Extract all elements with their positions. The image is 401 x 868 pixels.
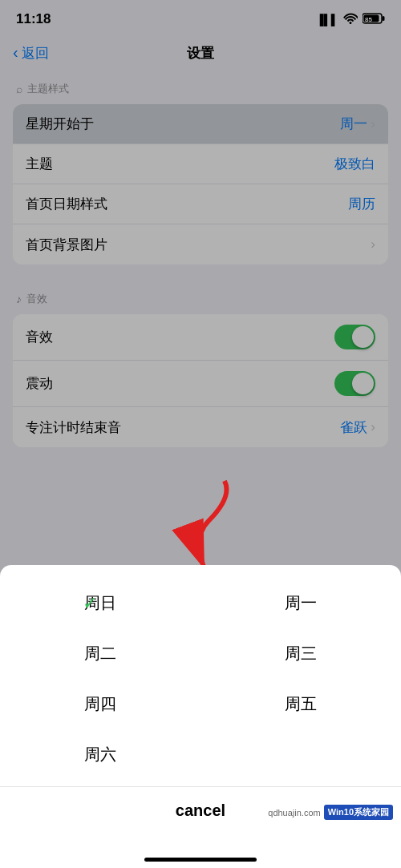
option-empty [200,729,401,780]
cancel-label: cancel [176,801,225,820]
tuesday-label: 周二 [84,643,116,664]
watermark: qdhuajin.com Win10系统家园 [268,805,393,820]
action-sheet: ✓ 周日 周一 周二 周三 周四 周五 周六 [0,565,401,868]
option-sunday[interactable]: ✓ 周日 [0,578,200,628]
option-tuesday[interactable]: 周二 [0,628,200,679]
monday-label: 周一 [285,592,317,614]
wednesday-label: 周三 [285,643,317,664]
option-friday[interactable]: 周五 [200,679,401,729]
action-sheet-options: ✓ 周日 周一 周二 周三 周四 周五 周六 [0,565,401,841]
watermark-badge: Win10系统家园 [324,805,393,820]
option-wednesday[interactable]: 周三 [200,628,401,679]
sunday-check: ✓ [83,593,97,614]
option-saturday[interactable]: 周六 [0,729,200,780]
watermark-site: qdhuajin.com [268,808,320,818]
option-thursday[interactable]: 周四 [0,679,200,729]
friday-label: 周五 [285,693,317,715]
home-indicator [144,858,257,862]
thursday-label: 周四 [84,693,116,715]
saturday-label: 周六 [84,744,116,765]
option-monday[interactable]: 周一 [200,578,401,628]
options-grid: ✓ 周日 周一 周二 周三 周四 周五 周六 [0,578,401,780]
